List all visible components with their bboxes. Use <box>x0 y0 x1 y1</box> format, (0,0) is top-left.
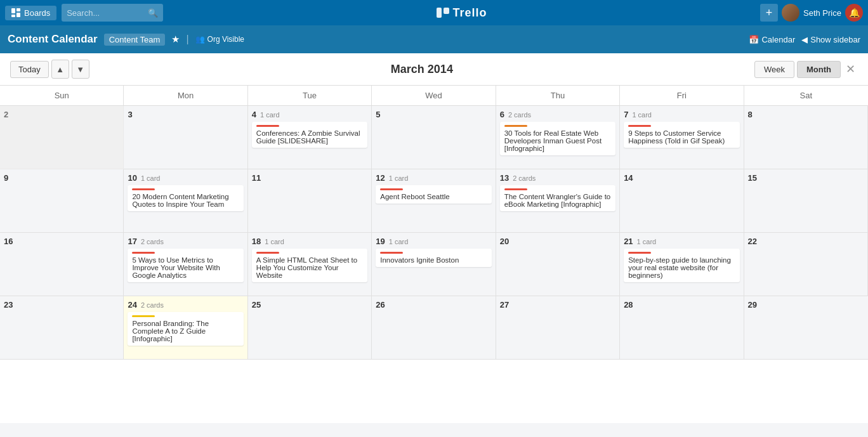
calendar-cell-8[interactable]: 8 <box>744 106 868 169</box>
svg-rect-3 <box>16 13 20 17</box>
card-color-bar <box>132 315 155 317</box>
calendar-cell-21[interactable]: 211 cardStep-by-step guide to launching … <box>620 233 744 296</box>
nav-right: + Seth Price 🔔 <box>760 4 863 22</box>
card-color-bar <box>256 125 279 127</box>
card-title: The Content Wrangler's Guide to eBook Ma… <box>504 193 611 208</box>
card-title: Innovators Ignite Boston <box>380 256 459 264</box>
card-color-bar <box>504 188 527 190</box>
add-button[interactable]: + <box>760 4 778 22</box>
calendar-cell-3[interactable]: 3 <box>124 106 247 169</box>
notification-button[interactable]: 🔔 <box>845 4 863 22</box>
username[interactable]: Seth Price <box>803 8 841 18</box>
cell-date: 16 <box>4 237 13 246</box>
search-wrap: 🔍 <box>62 4 163 22</box>
calendar-cell-29[interactable]: 29 <box>744 296 868 360</box>
card-title: Agent Reboot Seattle <box>380 193 449 200</box>
cell-date: 5 <box>376 110 380 119</box>
prev-button[interactable]: ▲ <box>51 60 69 79</box>
boards-label: Boards <box>24 8 50 18</box>
calendar-card[interactable]: Agent Reboot Seattle <box>376 185 491 204</box>
cell-header: 26 <box>376 300 491 310</box>
calendar-cell-15[interactable]: 15 <box>744 169 868 233</box>
calendar-cell-17[interactable]: 172 cards5 Ways to Use Metrics to Improv… <box>124 233 247 296</box>
card-color-bar <box>380 252 403 254</box>
calendar-cell-6[interactable]: 62 cards30 Tools for Real Estate Web Dev… <box>496 106 620 169</box>
calendar-card[interactable]: 30 Tools for Real Estate Web Developers … <box>500 122 615 155</box>
week-view-button[interactable]: Week <box>754 61 794 78</box>
calendar-cell-7[interactable]: 71 card9 Steps to Customer Service Happi… <box>620 106 744 169</box>
search-icon: 🔍 <box>148 8 158 18</box>
today-button[interactable]: Today <box>10 61 49 78</box>
cell-date: 7 <box>624 110 628 119</box>
calendar-cell-28[interactable]: 28 <box>620 296 744 360</box>
card-color-bar <box>628 125 651 127</box>
calendar-cell-25[interactable]: 25 <box>248 296 372 360</box>
calendar-title: March 2014 <box>89 63 754 76</box>
cell-date: 4 <box>252 110 256 119</box>
sidebar-arrow-icon: ◀ <box>801 35 808 44</box>
next-button[interactable]: ▼ <box>72 60 89 79</box>
cell-date: 19 <box>376 237 385 246</box>
calendar-card[interactable]: 9 Steps to Customer Service Happiness (T… <box>624 122 739 148</box>
calendar-cell-23[interactable]: 23 <box>0 296 124 360</box>
cell-date: 6 <box>500 110 504 119</box>
days-header: SunMonTueWedThuFriSat <box>0 86 868 106</box>
calendar-cell-27[interactable]: 27 <box>496 296 620 360</box>
card-color-bar <box>132 188 155 190</box>
card-color-bar <box>132 252 155 254</box>
calendar-cell-4[interactable]: 41 cardConferences: A Zombie Survival Gu… <box>248 106 372 169</box>
cell-header: 15 <box>748 173 864 183</box>
cell-date: 23 <box>4 300 13 310</box>
calendar-cell-19[interactable]: 191 cardInnovators Ignite Boston <box>372 233 496 296</box>
header-divider: | <box>186 34 188 45</box>
svg-rect-0 <box>11 8 15 13</box>
calendar-cell-14[interactable]: 14 <box>620 169 744 233</box>
calendar-card[interactable]: A Simple HTML Cheat Sheet to Help You Cu… <box>252 249 367 282</box>
star-icon[interactable]: ★ <box>171 34 180 45</box>
calendar-card[interactable]: 20 Modern Content Marketing Quotes to In… <box>128 185 243 211</box>
show-sidebar-button[interactable]: ◀ Show sidebar <box>801 35 860 44</box>
card-title: 30 Tools for Real Estate Web Developers … <box>504 129 602 152</box>
card-title: Conferences: A Zombie Survival Guide [SL… <box>256 129 360 145</box>
day-name-sat: Sat <box>744 86 868 105</box>
close-calendar-button[interactable]: ✕ <box>843 62 858 76</box>
calendar-cell-26[interactable]: 26 <box>372 296 496 360</box>
month-view-button[interactable]: Month <box>797 61 841 78</box>
calendar-cell-16[interactable]: 16 <box>0 233 124 296</box>
cell-date: 22 <box>748 237 757 246</box>
show-sidebar-label: Show sidebar <box>810 35 860 44</box>
cell-header: 211 card <box>624 237 739 246</box>
calendar-cell-9[interactable]: 9 <box>0 169 124 233</box>
cell-header: 5 <box>376 110 491 119</box>
cell-header: 181 card <box>252 237 367 246</box>
calendar-cell-12[interactable]: 121 cardAgent Reboot Seattle <box>372 169 496 233</box>
calendar-link[interactable]: 📅 Calendar <box>749 35 795 44</box>
avatar[interactable] <box>782 4 799 22</box>
day-name-sun: Sun <box>0 86 124 105</box>
logo-icon <box>437 8 449 18</box>
calendar-cell-5[interactable]: 5 <box>372 106 496 169</box>
board-team[interactable]: Content Team <box>104 34 166 46</box>
calendar-cell-18[interactable]: 181 cardA Simple HTML Cheat Sheet to Hel… <box>248 233 372 296</box>
calendar-card[interactable]: Step-by-step guide to launching your rea… <box>624 249 739 282</box>
calendar-card[interactable]: Conferences: A Zombie Survival Guide [SL… <box>252 122 367 148</box>
calendar-card[interactable]: Personal Branding: The Complete A to Z G… <box>128 312 243 346</box>
calendar-card[interactable]: Innovators Ignite Boston <box>376 249 491 267</box>
calendar-card[interactable]: 5 Ways to Use Metrics to Improve Your We… <box>128 249 243 282</box>
calendar-cell-13[interactable]: 132 cardsThe Content Wrangler's Guide to… <box>496 169 620 233</box>
cell-header: 101 card <box>128 173 243 183</box>
cell-header: 16 <box>4 237 119 246</box>
calendar-cell-20[interactable]: 20 <box>496 233 620 296</box>
calendar-cell-24[interactable]: 242 cardsPersonal Branding: The Complete… <box>124 296 247 360</box>
calendar-cell-2[interactable]: 2 <box>0 106 124 169</box>
calendar-cell-11[interactable]: 11 <box>248 169 372 233</box>
cell-header: 8 <box>748 110 864 119</box>
card-count: 2 cards <box>508 111 531 119</box>
cell-header: 132 cards <box>500 173 615 183</box>
cell-date: 17 <box>128 237 136 246</box>
calendar-cell-10[interactable]: 101 card20 Modern Content Marketing Quot… <box>124 169 247 233</box>
boards-button[interactable]: Boards <box>5 6 56 20</box>
calendar-card[interactable]: The Content Wrangler's Guide to eBook Ma… <box>500 185 615 211</box>
card-count: 1 card <box>265 238 284 245</box>
calendar-cell-22[interactable]: 22 <box>744 233 868 296</box>
